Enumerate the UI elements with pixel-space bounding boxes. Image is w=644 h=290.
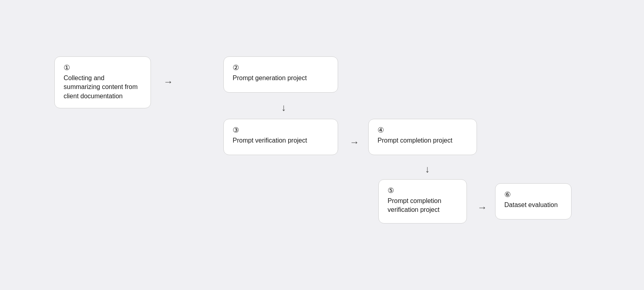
node2-label: Prompt generation project [233,74,329,83]
a2-arrow [278,95,290,120]
node5-node: ⑤Prompt completion verification project [378,179,467,224]
a3-arrow [339,136,369,148]
node3-node: ③Prompt verification project [223,119,338,155]
workflow-diagram: ①Collecting and summarizing content from… [0,0,644,290]
node6-number: ⑥ [504,191,562,198]
node6-node: ⑥Dataset evaluation [495,183,572,220]
node6-label: Dataset evaluation [504,201,562,209]
node5-label: Prompt completion verification project [388,197,458,215]
a4-arrow [421,158,433,180]
node3-label: Prompt verification project [233,136,329,145]
node3-number: ③ [233,126,329,134]
node1-label: Collecting and summarizing content from … [64,74,142,101]
a1-arrow [152,76,184,88]
node1-number: ① [64,64,142,71]
node2-number: ② [233,64,329,71]
node4-label: Prompt completion project [378,136,468,145]
a5-arrow [468,201,496,213]
node1-node: ①Collecting and summarizing content from… [54,56,151,108]
node5-number: ⑤ [388,187,458,194]
node4-number: ④ [378,126,468,134]
node2-node: ②Prompt generation project [223,56,338,93]
node4-node: ④Prompt completion project [368,119,477,155]
